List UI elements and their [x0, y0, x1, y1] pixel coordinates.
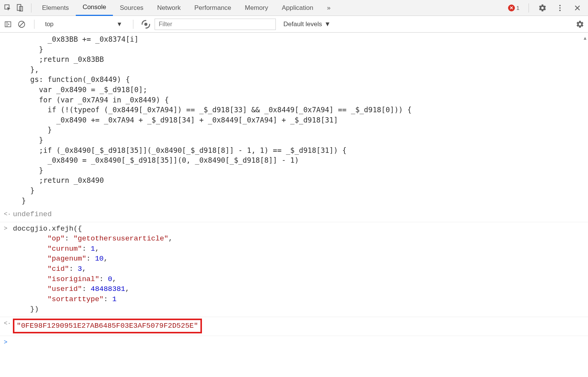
separator	[133, 20, 133, 29]
svg-point-13	[144, 23, 147, 26]
tab-performance[interactable]: Performance	[188, 0, 238, 16]
inspect-element-icon[interactable]	[3, 3, 12, 13]
svg-marker-10	[8, 23, 9, 25]
tab-application[interactable]: Application	[275, 0, 320, 16]
result-highlight-box: "0FE98F1290951E27AB6485F03E3AF5079F2D525…	[13, 319, 202, 333]
live-expression-icon[interactable]	[141, 19, 151, 29]
separator	[34, 20, 34, 29]
result-arrow-icon: <·	[4, 210, 11, 218]
code-text: _0x83BB += _0x8374[i] } ;return _0x83BB …	[13, 34, 585, 206]
call-expression: doccgjio.xfejh({ "op": "getothersuserart…	[13, 224, 585, 314]
levels-label: Default levels	[283, 20, 322, 28]
toolbar-right: ✕ 1	[508, 3, 585, 13]
kebab-menu-icon[interactable]	[555, 3, 565, 13]
log-levels-select[interactable]: Default levels ▼	[280, 19, 335, 30]
console-prompt[interactable]: >	[0, 336, 588, 341]
console-input-call: > doccgjio.xfejh({ "op": "getothersusera…	[0, 222, 588, 317]
settings-icon[interactable]	[538, 3, 547, 13]
result-arrow-icon: <·	[4, 319, 11, 328]
chevron-down-icon: ▼	[116, 21, 122, 28]
console-toolbar: top ▼ Default levels ▼	[0, 16, 588, 33]
tab-sources[interactable]: Sources	[113, 0, 150, 16]
undefined-value: undefined	[13, 210, 52, 218]
svg-point-3	[559, 5, 561, 6]
console-result-undefined: <· undefined	[0, 208, 588, 222]
console-messages[interactable]: ▴ _0x83BB += _0x8374[i] } ;return _0x83B…	[0, 33, 588, 377]
prompt-arrow-icon: >	[4, 338, 8, 347]
svg-line-12	[20, 22, 24, 26]
clear-console-icon[interactable]	[17, 19, 27, 29]
console-settings-icon[interactable]	[575, 19, 585, 29]
error-badge[interactable]: ✕ 1	[508, 5, 519, 11]
filter-input[interactable]	[155, 19, 276, 30]
console-code-fragment: _0x83BB += _0x8374[i] } ;return _0x83BB …	[0, 33, 588, 208]
close-icon[interactable]	[573, 3, 582, 13]
svg-rect-1	[17, 5, 21, 11]
toggle-sidebar-icon[interactable]	[3, 19, 13, 29]
input-arrow-icon: >	[4, 225, 8, 233]
tab-console[interactable]: Console	[76, 0, 113, 16]
separator	[529, 3, 529, 13]
svg-point-4	[559, 7, 561, 9]
chevron-down-icon: ▼	[324, 20, 331, 28]
tab-elements[interactable]: Elements	[35, 0, 76, 16]
error-icon: ✕	[508, 5, 515, 11]
separator	[31, 3, 31, 13]
toggle-device-icon[interactable]	[15, 3, 24, 13]
more-tabs-button[interactable]: »	[320, 0, 337, 16]
execution-context-select[interactable]: top ▼	[42, 19, 125, 29]
result-value: "0FE98F1290951E27AB6485F03E3AF5079F2D525…	[17, 322, 198, 330]
console-result-string: <· "0FE98F1290951E27AB6485F03E3AF5079F2D…	[0, 317, 588, 336]
svg-point-5	[559, 9, 561, 11]
context-label: top	[45, 21, 53, 28]
svg-rect-8	[5, 22, 11, 27]
tab-network[interactable]: Network	[150, 0, 188, 16]
tab-bar: Elements Console Sources Network Perform…	[35, 0, 508, 16]
error-count: 1	[516, 5, 519, 11]
tab-memory[interactable]: Memory	[238, 0, 275, 16]
devtools-tabbar: Elements Console Sources Network Perform…	[0, 0, 588, 16]
